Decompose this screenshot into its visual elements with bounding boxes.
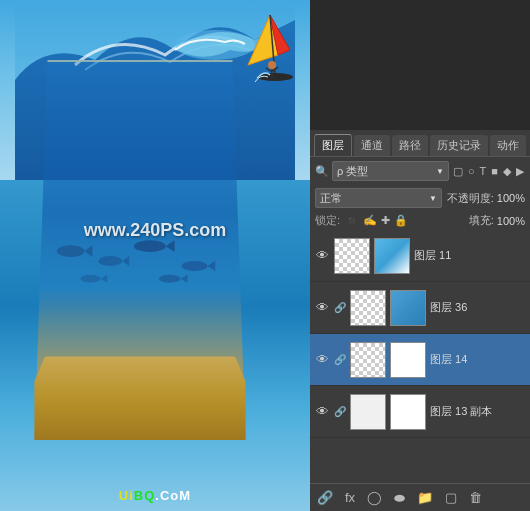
tab-layers[interactable]: 图层 <box>314 134 352 156</box>
layer-36-visibility[interactable]: 👁 <box>314 300 330 316</box>
layer-36-chain[interactable]: 🔗 <box>334 300 346 316</box>
lock-position-icon[interactable]: ✚ <box>381 214 390 227</box>
panel-content: 图层 通道 路径 历史记录 动作 🔍 ρ 类型 ▼ ▢ ○ T ■ ◆ ▶ <box>310 130 530 511</box>
dropdown-chevron: ▼ <box>436 167 444 176</box>
watermark: www.240PS.com <box>84 219 226 240</box>
layer-14-chain[interactable]: 🔗 <box>334 352 346 368</box>
layer-36-thumb-checker <box>351 291 385 325</box>
layer-filter-icons: ▢ ○ T ■ ◆ ▶ <box>452 164 525 179</box>
layer-13-content-thumb <box>350 394 386 430</box>
layer-row-14[interactable]: 👁 🔗 图层 14 <box>310 334 530 386</box>
blend-mode-dropdown[interactable]: 正常 ▼ <box>315 188 442 208</box>
panel-bottom-toolbar: 🔗 fx ◯ ⬬ 📁 ▢ 🗑 <box>310 483 530 511</box>
delete-layer-button[interactable]: 🗑 <box>466 488 485 507</box>
layer-11-thumb <box>334 238 370 274</box>
logo-ui: Ui <box>119 488 134 503</box>
opacity-control: 不透明度: 100% <box>447 191 525 206</box>
layers-panel: 图层 通道 路径 历史记录 动作 🔍 ρ 类型 ▼ ▢ ○ T ■ ◆ ▶ <box>310 0 530 511</box>
fill-value[interactable]: 100% <box>497 215 525 227</box>
layer-13-mask-white <box>391 395 425 429</box>
layer-11-content-thumb <box>374 238 410 274</box>
lock-fill-row: 锁定: ◾ ✍ ✚ 🔒 填充: 100% <box>310 211 530 230</box>
tab-paths[interactable]: 路径 <box>392 135 428 156</box>
layer-11-visibility[interactable]: 👁 <box>314 248 330 264</box>
layer-14-name: 图层 14 <box>430 352 526 367</box>
link-layers-button[interactable]: 🔗 <box>314 488 336 507</box>
layer-search-row: 🔍 ρ 类型 ▼ ▢ ○ T ■ ◆ ▶ <box>310 157 530 185</box>
svg-point-16 <box>268 61 276 69</box>
filter-text-icon[interactable]: T <box>479 164 488 178</box>
layer-14-mask-thumb <box>390 342 426 378</box>
layer-36-content-thumb <box>390 290 426 326</box>
adjustment-button[interactable]: ⬬ <box>391 488 408 508</box>
panel-tab-bar: 图层 通道 路径 历史记录 动作 <box>310 130 530 157</box>
layer-kind-dropdown[interactable]: ρ 类型 ▼ <box>332 161 449 181</box>
filter-shape-icon[interactable]: ■ <box>490 164 499 178</box>
svg-marker-7 <box>166 240 175 252</box>
filter-smart-icon[interactable]: ◆ <box>502 164 512 179</box>
layer-11-thumb-checker <box>335 239 369 273</box>
photo-canvas: www.240PS.com UiBQ.CoM <box>0 0 310 511</box>
layer-11-name: 图层 11 <box>414 248 526 263</box>
layer-kind-label: ρ 类型 <box>337 164 368 179</box>
fx-button[interactable]: fx <box>342 488 358 507</box>
layer-14-visibility[interactable]: 👁 <box>314 352 330 368</box>
fill-label: 填充: <box>469 213 494 228</box>
layer-13-mask-thumb <box>390 394 426 430</box>
tab-actions[interactable]: 动作 <box>490 135 526 156</box>
new-group-button[interactable]: 📁 <box>414 488 436 507</box>
layer-36-name: 图层 36 <box>430 300 526 315</box>
lock-all-icon[interactable]: 🔒 <box>394 214 408 227</box>
svg-point-12 <box>159 275 181 283</box>
blend-mode-value: 正常 <box>320 191 342 206</box>
add-mask-button[interactable]: ◯ <box>364 488 385 507</box>
svg-point-6 <box>134 240 166 252</box>
svg-marker-3 <box>85 245 93 257</box>
opacity-label: 不透明度: <box>447 191 494 206</box>
svg-marker-9 <box>207 261 215 271</box>
lock-pixels-icon[interactable]: ◾ <box>345 214 359 227</box>
tab-channels[interactable]: 通道 <box>354 135 390 156</box>
blend-opacity-row: 正常 ▼ 不透明度: 100% <box>310 185 530 211</box>
layer-36-thumb <box>350 290 386 326</box>
windsurfer-svg <box>240 10 295 95</box>
blend-chevron: ▼ <box>429 194 437 203</box>
search-filter-icon: 🔍 <box>315 165 329 178</box>
svg-point-8 <box>182 261 208 271</box>
logo-com: CoM <box>160 488 191 503</box>
svg-point-2 <box>57 245 85 257</box>
layer-14-thumb <box>350 342 386 378</box>
cup <box>30 60 250 440</box>
svg-marker-11 <box>100 275 107 283</box>
layers-list: 👁 图层 11 👁 🔗 图层 36 👁 🔗 <box>310 230 530 483</box>
new-layer-button[interactable]: ▢ <box>442 488 460 507</box>
lock-label: 锁定: <box>315 213 340 228</box>
logo-bq: BQ <box>134 488 156 503</box>
bottom-logo: UiBQ.CoM <box>119 488 191 503</box>
layer-14-mask-white <box>391 343 425 377</box>
layer-13-visibility[interactable]: 👁 <box>314 404 330 420</box>
layer-row-13-copy[interactable]: 👁 🔗 图层 13 副本 <box>310 386 530 438</box>
tab-history[interactable]: 历史记录 <box>430 135 488 156</box>
layer-14-thumb-checker <box>351 343 385 377</box>
svg-point-10 <box>81 275 101 283</box>
cup-sand <box>34 356 245 440</box>
filter-adjust-icon[interactable]: ○ <box>467 164 476 178</box>
fill-control: 填充: 100% <box>469 213 525 228</box>
opacity-value[interactable]: 100% <box>497 192 525 204</box>
svg-marker-5 <box>122 256 129 266</box>
svg-marker-13 <box>181 275 188 283</box>
lock-paint-icon[interactable]: ✍ <box>363 214 377 227</box>
svg-point-4 <box>98 256 122 266</box>
layer-row-11[interactable]: 👁 图层 11 <box>310 230 530 282</box>
lock-icons-group: ◾ ✍ ✚ 🔒 <box>345 214 408 227</box>
filter-toggle[interactable]: ▶ <box>515 164 525 179</box>
layer-row-36[interactable]: 👁 🔗 图层 36 <box>310 282 530 334</box>
layer-13-chain[interactable]: 🔗 <box>334 404 346 420</box>
filter-pixel-icon[interactable]: ▢ <box>452 164 464 179</box>
app-top-area <box>310 0 530 130</box>
layer-13-name: 图层 13 副本 <box>430 404 526 419</box>
